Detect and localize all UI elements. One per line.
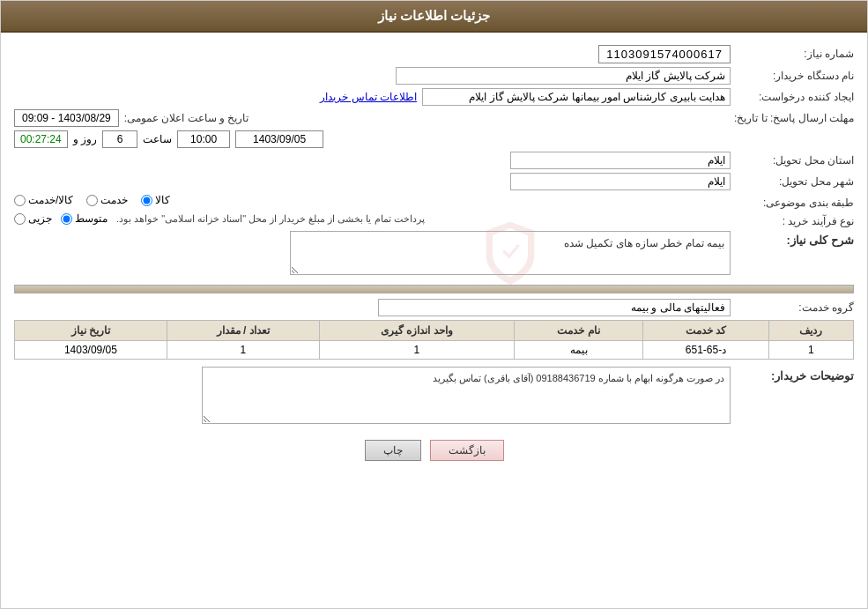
purchase-type-label: نوع فرآیند خرید : [731,212,854,227]
cell-date: 1403/09/05 [15,341,167,360]
service-group-label: گروه خدمت: [731,299,854,314]
purchase-type-desc: پرداخت تمام یا بخشی از مبلغ خریدار از مح… [116,213,425,225]
need-description-value: بیمه تمام خطر سازه های تکمیل شده [14,231,731,278]
col-code: کد خدمت [643,321,768,341]
creator-row: ایجاد کننده درخواست: هدایت بابیری کارشنا… [14,88,854,106]
deadline-date-box: 1403/09/05 [235,130,323,148]
service-group-value: فعالیتهای مالی و بیمه [14,299,731,316]
creator-box: هدایت بابیری کارشناس امور بیمانها شرکت پ… [422,88,731,106]
col-unit: واحد اندازه گیری [319,321,514,341]
cell-qty: 1 [167,341,319,360]
province-box: ایلام [510,152,731,169]
send-deadline-label: مهلت ارسال پاسخ: تا تاریخ: [727,109,854,124]
button-row: بازگشت چاپ [14,440,854,461]
need-number-label: شماره نیاز: [731,45,854,60]
buyer-station-box: شرکت پالایش گاز ایلام [396,67,731,85]
page-header: جزئیات اطلاعات نیاز [1,1,867,33]
city-value: ایلام [14,173,731,190]
category-kala-khedmat[interactable]: کالا/خدمت [14,194,73,206]
services-table-header: ردیف کد خدمت نام خدمت واحد اندازه گیری ت… [15,321,854,341]
services-table: ردیف کد خدمت نام خدمت واحد اندازه گیری ت… [14,320,854,360]
buyer-station-row: نام دستگاه خریدار: شرکت پالایش گاز ایلام [14,67,854,85]
category-row: طبقه بندی موضوعی: کالا/خدمت خدمت کالا [14,194,854,209]
need-number-box: 1103091574000617 [598,45,731,63]
back-button[interactable]: بازگشت [430,440,504,461]
need-number-value: 1103091574000617 [14,45,731,63]
province-label: استان محل تحویل: [731,152,854,167]
cell-unit: 1 [319,341,514,360]
creator-label: ایجاد کننده درخواست: [731,88,854,103]
col-qty: تعداد / مقدار [167,321,319,341]
days-box: 6 [102,130,137,148]
announce-label-text: تاریخ و ساعت اعلان عمومی: [124,112,249,124]
purchase-type-row: نوع فرآیند خرید : جزیی متوسط پرداخت تمام… [14,212,854,227]
services-section-title [14,285,854,293]
remaining-label: روز و [73,133,97,145]
print-button[interactable]: چاپ [365,440,421,461]
need-description-textarea[interactable] [290,231,731,275]
city-row: شهر محل تحویل: ایلام [14,173,854,190]
page-title: جزئیات اطلاعات نیاز [378,8,490,23]
need-description-row: شرح کلی نیاز: بیمه تمام خطر سازه های تکم… [14,231,854,278]
announce-row: مهلت ارسال پاسخ: تا تاریخ: 1403/08/29 - … [14,109,854,148]
col-date: تاریخ نیاز [15,321,167,341]
announce-date-box: 1403/08/29 - 09:09 [14,109,119,127]
col-row: ردیف [768,321,853,341]
province-value: ایلام [14,152,731,169]
table-row: 1 د-65-651 بیمه 1 1 1403/09/05 [15,341,854,360]
buyer-station-value: شرکت پالایش گاز ایلام [14,67,731,85]
need-number-row: شماره نیاز: 1103091574000617 [14,45,854,63]
buyer-station-label: نام دستگاه خریدار: [731,67,854,82]
service-group-row: گروه خدمت: فعالیتهای مالی و بیمه [14,299,854,316]
purchase-type-value: جزیی متوسط پرداخت تمام یا بخشی از مبلغ خ… [14,212,731,225]
buyer-notes-value: در صورت هرگونه ابهام با شماره 0918843671… [14,367,731,427]
buyer-notes-row: توضیحات خریدار: در صورت هرگونه ابهام با … [14,367,854,427]
city-box: ایلام [510,173,731,190]
cell-row: 1 [768,341,853,360]
buyer-notes-textarea[interactable] [202,367,731,424]
cell-name: بیمه [514,341,643,360]
category-khedmat[interactable]: خدمت [86,194,128,206]
creator-value: هدایت بابیری کارشناس امور بیمانها شرکت پ… [14,88,731,106]
time-label: ساعت [143,133,172,145]
need-description-label: شرح کلی نیاز: [731,231,854,247]
cell-code: د-65-651 [643,341,768,360]
announce-value: 1403/08/29 - 09:09 تاریخ و ساعت اعلان عم… [14,109,727,148]
purchase-jozee[interactable]: جزیی [14,212,52,225]
city-label: شهر محل تحویل: [731,173,854,188]
col-name: نام خدمت [514,321,643,341]
category-kala[interactable]: کالا [141,194,170,206]
time-box: 10:00 [177,130,230,148]
province-row: استان محل تحویل: ایلام [14,152,854,169]
countdown-timer: 00:27:24 [14,130,68,148]
category-value: کالا/خدمت خدمت کالا [14,194,731,206]
buyer-notes-label: توضیحات خریدار: [731,367,854,382]
service-group-box: فعالیتهای مالی و بیمه [378,299,731,316]
creator-contact-link[interactable]: اطلاعات تماس خریدار [320,91,417,103]
purchase-mota[interactable]: متوسط [61,212,108,225]
category-label: طبقه بندی موضوعی: [731,194,854,209]
